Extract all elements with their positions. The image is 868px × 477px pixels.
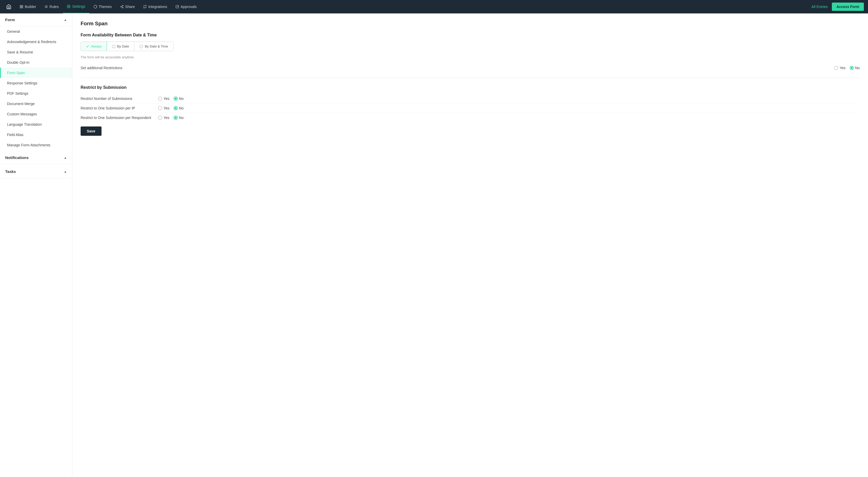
nav-integrations[interactable]: Integrations [139, 0, 171, 13]
additional-restrictions-yes-option[interactable]: Yes [834, 66, 845, 70]
rules-icon [44, 5, 48, 8]
page-title: Form Span [81, 21, 860, 27]
nav-approvals-label: Approvals [181, 5, 196, 9]
restrict-num-submissions-yes[interactable]: Yes [158, 97, 169, 101]
sidebar-section-form-label: Form [5, 18, 15, 22]
additional-restrictions-no-option[interactable]: No [850, 66, 860, 70]
restrict-per-respondent-radio-group: Yes No [158, 116, 184, 120]
sidebar-section-notifications[interactable]: Notifications ▲ [0, 151, 72, 164]
chevron-up-icon: ▲ [64, 18, 67, 22]
restrict-per-ip-yes-radio [158, 106, 162, 110]
restrict-row-per-ip: Restrict to One Submission per IP Yes No [81, 103, 860, 113]
availability-section-title: Form Availability Between Date & Time [81, 33, 860, 37]
restrict-per-ip-yes[interactable]: Yes [158, 106, 169, 110]
additional-restrictions-label: Set additional Restrictions [81, 66, 122, 70]
check-icon: ✓ [86, 44, 89, 49]
restrict-by-submission-section: Restrict by Submission Restrict Number o… [81, 84, 860, 122]
sidebar-item-save-resume[interactable]: Save & Resume [0, 47, 72, 57]
nav-builder[interactable]: Builder [16, 0, 40, 13]
nav-share[interactable]: Share [116, 0, 139, 13]
svg-point-9 [122, 5, 123, 6]
sidebar-form-items: General Acknowledgement & Redirects Save… [0, 26, 72, 150]
sidebar-item-form-span[interactable]: Form Span [0, 68, 72, 78]
nav-themes[interactable]: Themes [89, 0, 116, 13]
tab-always[interactable]: ✓ Always [81, 41, 107, 51]
nav-settings-label: Settings [72, 4, 85, 8]
restrict-row-num-submissions: Restrict Number of Submissions Yes No [81, 94, 860, 103]
sidebar-item-acknowledgement[interactable]: Acknowledgement & Redirects [0, 37, 72, 47]
yes-label-2: Yes [163, 106, 169, 110]
tab-by-date-time[interactable]: By Date & Time [134, 42, 173, 51]
svg-line-13 [121, 6, 122, 6]
nav-builder-label: Builder [25, 5, 36, 9]
sidebar-item-manage-form-attachments[interactable]: Manage Form Attachments [0, 140, 72, 150]
access-form-button[interactable]: Access Form [832, 3, 864, 11]
restrict-num-submissions-radio-group: Yes No [158, 97, 184, 101]
svg-rect-1 [22, 5, 23, 6]
additional-restrictions-row: Set additional Restrictions Yes No [81, 64, 860, 71]
restrict-per-ip-radio-group: Yes No [158, 106, 184, 110]
nav-themes-label: Themes [99, 5, 112, 9]
sidebar-item-field-alias[interactable]: Field Alias [0, 130, 72, 140]
restrict-per-respondent-yes[interactable]: Yes [158, 116, 169, 120]
nav-rules-label: Rules [50, 5, 59, 9]
nav-rules[interactable]: Rules [40, 0, 63, 13]
restrict-per-respondent-label: Restrict to One Submission per Responden… [81, 116, 158, 120]
sidebar-section-tasks-label: Tasks [5, 169, 16, 174]
save-button[interactable]: Save [81, 127, 101, 136]
sidebar-section-form[interactable]: Form ▲ [0, 13, 72, 26]
no-label-3: No [179, 116, 184, 120]
top-navigation: Builder Rules Settings Themes Share Inte… [0, 0, 868, 13]
sidebar-item-pdf-settings[interactable]: PDF Settings [0, 88, 72, 99]
restrict-num-submissions-label: Restrict Number of Submissions [81, 97, 158, 101]
svg-point-11 [122, 7, 123, 8]
additional-restrictions-radio-group: Yes No [834, 66, 860, 70]
nav-approvals[interactable]: Approvals [171, 0, 201, 13]
approvals-icon [176, 5, 179, 8]
restrict-per-respondent-yes-radio [158, 116, 162, 120]
availability-helper-text: The form will be accessible anytime. [81, 55, 860, 59]
restrict-section-title: Restrict by Submission [81, 85, 860, 90]
restrict-num-submissions-no[interactable]: No [174, 97, 184, 101]
radio-empty-icon-by-date [112, 45, 116, 48]
restrict-per-respondent-no-radio [174, 116, 178, 120]
restrict-row-per-respondent: Restrict to One Submission per Responden… [81, 113, 860, 122]
restrict-num-submissions-no-radio [174, 97, 178, 101]
no-label-1: No [179, 97, 184, 101]
restrict-num-submissions-yes-radio [158, 97, 162, 101]
sidebar-item-language-translation[interactable]: Language Translation [0, 119, 72, 130]
svg-point-7 [68, 6, 69, 7]
availability-section: Form Availability Between Date & Time ✓ … [81, 33, 860, 71]
restrict-per-respondent-no[interactable]: No [174, 116, 184, 120]
radio-empty-icon-by-date-time [140, 45, 143, 48]
sidebar-item-document-merge[interactable]: Document Merge [0, 99, 72, 109]
yes-label-1: Yes [163, 97, 169, 101]
main-layout: Form ▲ General Acknowledgement & Redirec… [0, 13, 868, 477]
restrict-per-ip-no-radio [174, 106, 178, 110]
additional-restrictions-yes-radio [834, 66, 838, 70]
availability-tab-group: ✓ Always By Date By Date & Time [81, 41, 174, 51]
sidebar-item-custom-messages[interactable]: Custom Messages [0, 109, 72, 119]
themes-icon [94, 5, 97, 8]
share-icon [120, 5, 124, 8]
sidebar-item-response-settings[interactable]: Response Settings [0, 78, 72, 88]
svg-rect-0 [20, 5, 21, 6]
svg-rect-14 [176, 5, 179, 8]
sidebar-item-double-opt-in[interactable]: Double Opt-In [0, 57, 72, 68]
tab-by-date[interactable]: By Date [107, 42, 134, 51]
all-entries-link[interactable]: All Entries [811, 5, 828, 9]
sidebar-section-tasks[interactable]: Tasks ▲ [0, 165, 72, 178]
svg-point-10 [120, 6, 121, 7]
home-icon[interactable] [4, 2, 13, 11]
yes-label-3: Yes [163, 116, 169, 120]
restrict-per-ip-label: Restrict to One Submission per IP [81, 106, 158, 110]
chevron-down-icon-notifications: ▲ [64, 156, 67, 160]
restrict-per-ip-no[interactable]: No [174, 106, 184, 110]
sidebar-item-general[interactable]: General [0, 26, 72, 37]
chevron-down-icon-tasks: ▲ [64, 170, 67, 173]
svg-line-12 [121, 7, 122, 7]
no-label-2: No [179, 106, 184, 110]
svg-rect-3 [22, 7, 23, 8]
nav-settings[interactable]: Settings [63, 0, 89, 13]
divider-1 [81, 78, 860, 78]
